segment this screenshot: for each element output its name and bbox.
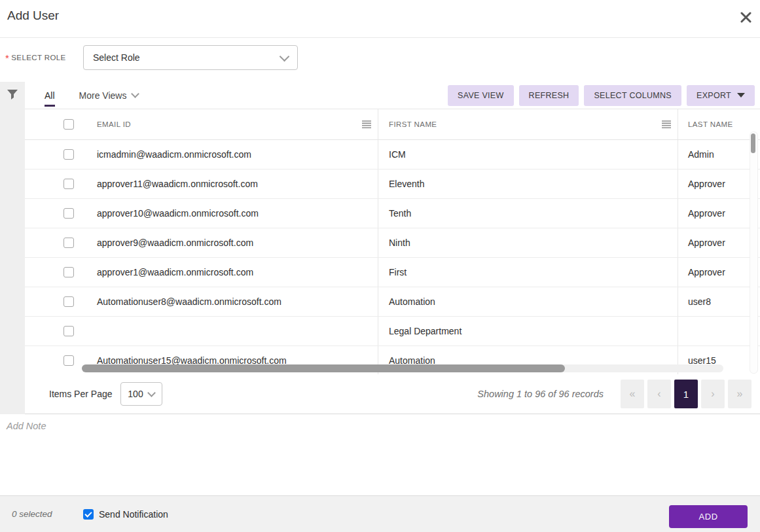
horizontal-scrollbar[interactable] [82,364,723,372]
horizontal-scrollbar-thumb[interactable] [82,364,565,372]
role-label: *SELECT ROLE [5,52,66,63]
email-cell: approver1@waadicm.onmicrosoft.com [97,258,378,287]
close-icon [740,12,751,23]
row-checkbox[interactable] [63,179,74,189]
row-checkbox[interactable] [63,326,74,336]
table-row: approver11@waadicm.onmicrosoft.com Eleve… [25,169,760,199]
export-button[interactable]: EXPORT [687,85,755,106]
send-notification-toggle[interactable]: Send Notification [83,509,168,520]
role-label-text: SELECT ROLE [11,54,65,62]
select-columns-button[interactable]: SELECT COLUMNS [584,85,681,106]
email-cell: approver9@waadicm.onmicrosoft.com [97,228,378,257]
first-page-button[interactable]: « [621,380,644,408]
note-input[interactable]: Add Note [0,414,760,495]
toolbar-actions: SAVE VIEW REFRESH SELECT COLUMNS EXPORT [448,85,755,106]
chevron-down-icon [280,51,290,62]
pagination-bar: Items Per Page 100 Showing 1 to 96 of 96… [25,374,760,414]
save-view-button[interactable]: SAVE VIEW [448,85,514,106]
last-name-cell: Approver [678,258,760,287]
row-checkbox[interactable] [63,355,74,366]
role-row: *SELECT ROLE Select Role [0,38,760,81]
first-name-cell: Ninth [378,228,678,257]
export-label: EXPORT [697,91,731,100]
row-checkbox[interactable] [63,267,74,277]
required-marker: * [5,52,9,63]
add-button[interactable]: ADD [669,505,748,528]
send-notification-checkbox[interactable] [83,509,94,520]
last-name-cell: Admin [678,140,760,169]
last-name-cell: user8 [678,287,760,316]
last-name-cell [678,317,760,346]
add-user-modal: Add User *SELECT ROLE Select Role All Mo… [0,0,760,532]
items-per-page-label: Items Per Page [49,389,113,399]
modal-header: Add User [0,0,760,38]
close-button[interactable] [737,9,754,26]
more-views-label: More Views [79,90,127,101]
caret-down-icon [737,93,745,98]
email-cell: icmadmin@waadicm.onmicrosoft.com [97,140,378,169]
chevron-down-icon [132,90,140,98]
row-checkbox[interactable] [63,208,74,219]
select-all-checkbox[interactable] [63,119,74,130]
last-page-button[interactable]: » [728,380,751,408]
tab-all[interactable]: All [45,82,55,109]
vertical-scrollbar[interactable] [750,132,758,374]
table-row: icmadmin@waadicm.onmicrosoft.com ICM Adm… [25,140,760,169]
send-notification-label: Send Notification [99,509,168,520]
current-page-button[interactable]: 1 [674,380,698,408]
row-checkbox[interactable] [63,238,74,248]
refresh-button[interactable]: REFRESH [519,85,579,106]
table-row: approver10@waadicm.onmicrosoft.com Tenth… [25,199,760,228]
column-menu-icon[interactable] [361,120,372,128]
table-row: approver9@waadicm.onmicrosoft.com Ninth … [25,228,760,258]
table-header-row: EMAIL ID FIRST NAME LAST NAME [25,109,760,140]
row-checkbox[interactable] [63,296,74,307]
items-per-page-select[interactable]: 100 [120,382,162,406]
last-name-cell: Approver [678,228,760,257]
table-row: approver1@waadicm.onmicrosoft.com First … [25,258,760,287]
filter-rail [0,82,25,414]
users-table: EMAIL ID FIRST NAME LAST NAME icmadmin@w… [25,109,760,374]
role-select-value: Select Role [93,52,140,63]
role-select[interactable]: Select Role [83,45,298,70]
email-column-header: EMAIL ID [97,120,131,128]
first-name-cell: Automation [378,287,678,316]
selected-count: 0 selected [12,509,65,519]
first-name-column-header: FIRST NAME [389,120,437,128]
modal-footer: 0 selected Send Notification ADD [0,495,760,532]
items-per-page-value: 100 [128,389,143,399]
vertical-scrollbar-thumb[interactable] [751,133,755,153]
first-name-cell: Legal Department [378,317,678,346]
note-placeholder: Add Note [7,421,46,431]
email-cell: Automationuser8@waadicm.onmicrosoft.com [97,287,378,316]
first-name-cell: First [378,258,678,287]
first-name-cell: Eleventh [378,169,678,198]
next-page-button[interactable]: › [701,380,725,408]
last-name-cell: Approver [678,199,760,228]
last-name-column-header: LAST NAME [688,120,733,128]
first-name-cell: ICM [378,140,678,169]
page-title: Add User [7,9,59,23]
table-row: Automationuser8@waadicm.onmicrosoft.com … [25,287,760,317]
table-row: Legal Department [25,317,760,346]
records-summary: Showing 1 to 96 of 96 records [477,389,604,399]
chevron-down-icon [147,389,156,397]
prev-page-button[interactable]: ‹ [647,380,671,408]
first-name-cell: Tenth [378,199,678,228]
pager-controls: Showing 1 to 96 of 96 records « ‹ 1 › » [477,380,751,408]
column-menu-icon[interactable] [661,120,672,128]
filter-icon[interactable] [7,90,18,99]
email-cell: approver10@waadicm.onmicrosoft.com [97,199,378,228]
grid-toolbar: All More Views SAVE VIEW REFRESH SELECT … [25,82,760,109]
last-name-cell: Approver [678,169,760,198]
table-body: icmadmin@waadicm.onmicrosoft.com ICM Adm… [25,140,760,374]
row-checkbox[interactable] [63,149,74,160]
more-views-dropdown[interactable]: More Views [79,90,139,101]
email-cell: approver11@waadicm.onmicrosoft.com [97,169,378,198]
email-cell [97,317,378,346]
